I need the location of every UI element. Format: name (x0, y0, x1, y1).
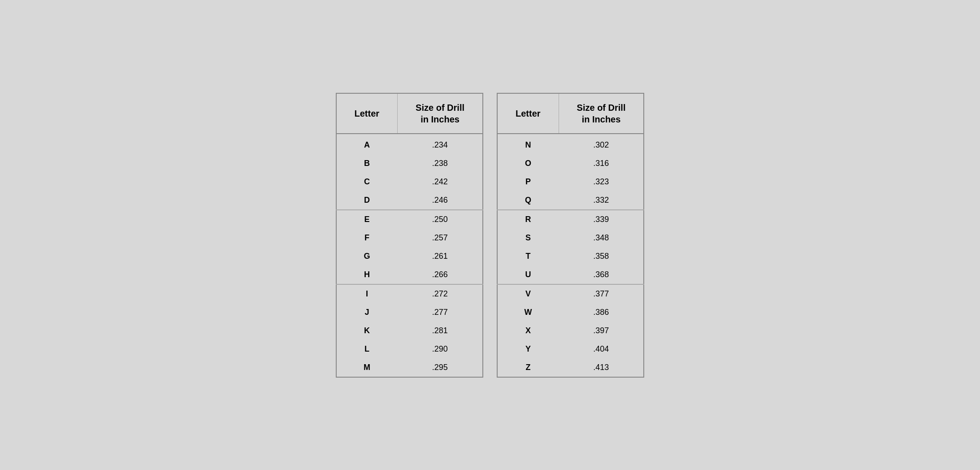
table-row: P.323 (497, 173, 644, 191)
letter-cell: Z (497, 358, 559, 377)
letter-cell: L (336, 340, 398, 358)
letter-cell: N (497, 134, 559, 154)
letter-cell: Q (497, 191, 559, 210)
size-cell: .302 (559, 134, 644, 154)
table-row: N.302 (497, 134, 644, 154)
letter-cell: F (336, 229, 398, 247)
letter-cell: I (336, 284, 398, 303)
size-cell: .290 (398, 340, 483, 358)
table-row: W.386 (497, 303, 644, 322)
table-row: X.397 (497, 322, 644, 340)
letter-cell: E (336, 210, 398, 229)
size-cell: .413 (559, 358, 644, 377)
table-row: A.234 (336, 134, 483, 154)
letter-cell: O (497, 154, 559, 173)
letter-cell: W (497, 303, 559, 322)
letter-cell: G (336, 247, 398, 265)
size-cell: .238 (398, 154, 483, 173)
table-row: K.281 (336, 322, 483, 340)
letter-cell: Y (497, 340, 559, 358)
size-cell: .266 (398, 265, 483, 284)
size-cell: .377 (559, 284, 644, 303)
table-row: Y.404 (497, 340, 644, 358)
size-cell: .323 (559, 173, 644, 191)
table-row: S.348 (497, 229, 644, 247)
letter-cell: T (497, 247, 559, 265)
size-cell: .386 (559, 303, 644, 322)
table-row: Q.332 (497, 191, 644, 210)
letter-cell: J (336, 303, 398, 322)
size-cell: .348 (559, 229, 644, 247)
table-row: B.238 (336, 154, 483, 173)
letter-cell: B (336, 154, 398, 173)
size-cell: .234 (398, 134, 483, 154)
table-row: H.266 (336, 265, 483, 284)
table-row: U.368 (497, 265, 644, 284)
table-row: C.242 (336, 173, 483, 191)
size-cell: .246 (398, 191, 483, 210)
table-row: I.272 (336, 284, 483, 303)
size-cell: .332 (559, 191, 644, 210)
letter-cell: A (336, 134, 398, 154)
table-row: L.290 (336, 340, 483, 358)
table-left: Letter Size of Drillin Inches A.234B.238… (336, 93, 483, 378)
table-right: Letter Size of Drillin Inches N.302O.316… (497, 93, 644, 378)
letter-cell: D (336, 191, 398, 210)
table-row: V.377 (497, 284, 644, 303)
letter-cell: H (336, 265, 398, 284)
size-cell: .404 (559, 340, 644, 358)
size-cell: .242 (398, 173, 483, 191)
table-row: Z.413 (497, 358, 644, 377)
table-row: D.246 (336, 191, 483, 210)
size-cell: .295 (398, 358, 483, 377)
size-cell: .257 (398, 229, 483, 247)
table-row: G.261 (336, 247, 483, 265)
letter-cell: V (497, 284, 559, 303)
table-row: E.250 (336, 210, 483, 229)
page-container: Letter Size of Drillin Inches A.234B.238… (336, 93, 645, 378)
size-cell: .281 (398, 322, 483, 340)
table-row: M.295 (336, 358, 483, 377)
letter-cell: C (336, 173, 398, 191)
letter-cell: U (497, 265, 559, 284)
table-row: R.339 (497, 210, 644, 229)
size-cell: .272 (398, 284, 483, 303)
table1-col2-header: Size of Drillin Inches (398, 93, 483, 134)
size-cell: .358 (559, 247, 644, 265)
size-cell: .250 (398, 210, 483, 229)
letter-cell: R (497, 210, 559, 229)
table-row: J.277 (336, 303, 483, 322)
letter-cell: P (497, 173, 559, 191)
table2-col1-header: Letter (497, 93, 559, 134)
letter-cell: K (336, 322, 398, 340)
table-row: T.358 (497, 247, 644, 265)
table1-col1-header: Letter (336, 93, 398, 134)
letter-cell: X (497, 322, 559, 340)
size-cell: .368 (559, 265, 644, 284)
letter-cell: M (336, 358, 398, 377)
table-row: O.316 (497, 154, 644, 173)
size-cell: .397 (559, 322, 644, 340)
letter-cell: S (497, 229, 559, 247)
size-cell: .261 (398, 247, 483, 265)
table2-col2-header: Size of Drillin Inches (559, 93, 644, 134)
size-cell: .316 (559, 154, 644, 173)
size-cell: .277 (398, 303, 483, 322)
size-cell: .339 (559, 210, 644, 229)
table-row: F.257 (336, 229, 483, 247)
